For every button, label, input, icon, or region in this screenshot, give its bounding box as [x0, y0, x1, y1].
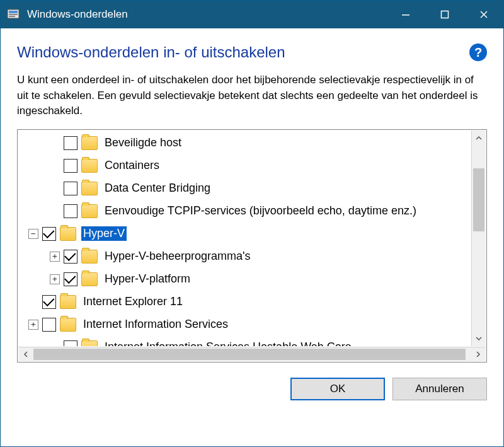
folder-icon: [81, 159, 98, 173]
page-heading: Windows-onderdelen in- of uitschakelen: [17, 44, 469, 61]
feature-label[interactable]: Internet Explorer 11: [81, 294, 185, 309]
maximize-button[interactable]: [425, 1, 464, 28]
description-text: U kunt een onderdeel in- of uitschakelen…: [17, 73, 487, 119]
tree-viewport: +Beveiligde host+Containers+Data Center …: [18, 131, 471, 346]
feature-checkbox[interactable]: [64, 204, 77, 218]
scroll-down-icon[interactable]: [472, 331, 486, 346]
feature-checkbox[interactable]: [64, 136, 77, 150]
feature-label[interactable]: Internet Information Services Hostable W…: [103, 340, 353, 346]
svg-rect-3: [9, 16, 15, 17]
tree-row[interactable]: +Data Center Bridging: [18, 177, 471, 200]
feature-checkbox[interactable]: [64, 250, 77, 264]
tree-row[interactable]: −Hyper-V: [18, 223, 471, 245]
feature-checkbox[interactable]: [42, 227, 56, 241]
tree-row[interactable]: +Internet Information Services Hostable …: [18, 336, 471, 346]
folder-icon: [81, 340, 98, 346]
titlebar: Windows-onderdelen: [1, 1, 503, 28]
folder-icon: [81, 250, 98, 264]
feature-checkbox[interactable]: [64, 159, 77, 173]
tree-list: +Beveiligde host+Containers+Data Center …: [18, 131, 471, 346]
folder-icon: [81, 272, 98, 286]
feature-label[interactable]: Internet Information Services: [81, 317, 230, 332]
app-icon: [6, 7, 21, 22]
svg-rect-1: [9, 11, 18, 13]
feature-checkbox[interactable]: [64, 272, 77, 286]
cancel-button[interactable]: Annuleren: [392, 378, 487, 400]
feature-checkbox[interactable]: [42, 318, 56, 332]
dialog-buttons: OK Annuleren: [17, 363, 487, 414]
dialog-body: Windows-onderdelen in- of uitschakelen ?…: [1, 28, 503, 446]
scroll-left-icon[interactable]: [18, 347, 33, 361]
expand-icon[interactable]: +: [50, 274, 60, 284]
tree-row[interactable]: +Hyper-V-platform: [18, 268, 471, 291]
vscroll-track[interactable]: [472, 146, 486, 331]
collapse-icon[interactable]: −: [28, 229, 38, 239]
feature-label[interactable]: Eenvoudige TCPIP-services (bijvoorbeeld …: [103, 204, 418, 218]
ok-button[interactable]: OK: [290, 378, 385, 400]
feature-checkbox[interactable]: [42, 295, 56, 309]
feature-checkbox[interactable]: [64, 340, 77, 346]
tree-row[interactable]: +Internet Explorer 11: [18, 291, 471, 313]
window: Windows-onderdelen Windows-onderdelen in…: [0, 0, 504, 447]
vertical-scrollbar[interactable]: [471, 131, 486, 346]
tree-row[interactable]: +Containers: [18, 154, 471, 177]
feature-tree: +Beveiligde host+Containers+Data Center …: [17, 129, 487, 363]
window-title: Windows-onderdelen: [27, 8, 386, 21]
folder-icon: [60, 318, 76, 332]
tree-row[interactable]: +Eenvoudige TCPIP-services (bijvoorbeeld…: [18, 200, 471, 223]
feature-label[interactable]: Containers: [103, 158, 161, 173]
expand-icon[interactable]: +: [28, 320, 38, 330]
feature-label[interactable]: Hyper-V: [81, 226, 127, 241]
close-button[interactable]: [464, 1, 503, 28]
folder-icon: [81, 136, 98, 150]
tree-row[interactable]: +Beveiligde host: [18, 132, 471, 154]
horizontal-scrollbar[interactable]: [18, 347, 486, 361]
feature-label[interactable]: Hyper-V-platform: [103, 272, 192, 286]
folder-icon: [81, 204, 98, 218]
tree-row[interactable]: +Hyper-V-beheerprogramma's: [18, 245, 471, 268]
tree-row[interactable]: +Internet Information Services: [18, 313, 471, 336]
scroll-right-icon[interactable]: [471, 347, 486, 361]
hscroll-thumb[interactable]: [33, 349, 466, 360]
svg-rect-2: [9, 14, 18, 15]
folder-icon: [81, 182, 98, 195]
feature-label[interactable]: Beveiligde host: [103, 136, 183, 150]
svg-rect-4: [402, 15, 410, 16]
svg-rect-5: [442, 11, 449, 18]
hscroll-track[interactable]: [33, 347, 471, 361]
feature-label[interactable]: Hyper-V-beheerprogramma's: [103, 249, 253, 264]
folder-icon: [60, 227, 76, 241]
help-icon[interactable]: ?: [469, 44, 487, 61]
minimize-button[interactable]: [386, 1, 425, 28]
vscroll-thumb[interactable]: [473, 168, 484, 231]
scroll-up-icon[interactable]: [472, 131, 486, 146]
heading-row: Windows-onderdelen in- of uitschakelen ?: [17, 44, 487, 61]
feature-checkbox[interactable]: [64, 182, 77, 195]
window-controls: [386, 1, 503, 28]
folder-icon: [60, 295, 76, 309]
feature-label[interactable]: Data Center Bridging: [103, 181, 212, 195]
expand-icon[interactable]: +: [50, 252, 60, 262]
